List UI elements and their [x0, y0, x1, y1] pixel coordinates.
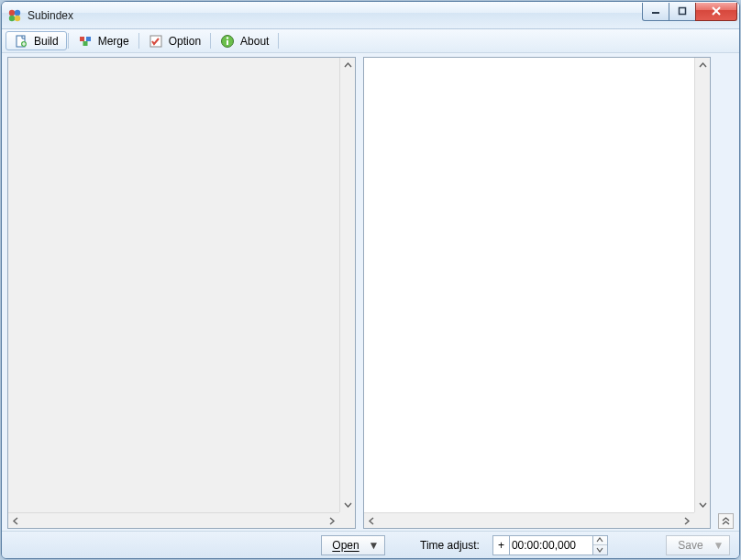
merge-icon	[78, 34, 93, 49]
scroll-left-icon[interactable]	[8, 513, 24, 528]
scroll-right-icon[interactable]	[679, 513, 694, 528]
svg-point-2	[9, 15, 15, 20]
spinner-up-icon[interactable]	[593, 536, 607, 546]
save-button[interactable]: Save ▼	[666, 535, 730, 555]
app-icon	[7, 8, 22, 23]
scroll-down-icon[interactable]	[340, 497, 355, 512]
document-new-icon	[14, 34, 28, 49]
about-label: About	[240, 35, 269, 48]
right-horizontal-scrollbar[interactable]	[364, 512, 695, 528]
window-title: Subindex	[28, 9, 73, 22]
main-area	[2, 53, 739, 531]
svg-rect-11	[86, 37, 91, 41]
collapse-button[interactable]	[718, 513, 734, 529]
svg-rect-5	[680, 8, 686, 15]
right-pane	[363, 57, 712, 529]
time-spinner	[593, 535, 608, 555]
about-button[interactable]: About	[212, 31, 277, 50]
open-button[interactable]: Open ▼	[321, 535, 385, 555]
left-horizontal-scrollbar[interactable]	[8, 512, 339, 528]
dropdown-arrow-icon: ▼	[711, 539, 725, 552]
build-label: Build	[34, 35, 59, 48]
close-button[interactable]	[695, 3, 737, 21]
svg-rect-10	[80, 37, 84, 41]
left-pane	[7, 57, 356, 529]
minimize-button[interactable]	[642, 3, 669, 21]
toolbar-separator	[210, 33, 211, 49]
svg-rect-15	[227, 40, 228, 45]
save-label: Save	[670, 539, 711, 552]
time-input[interactable]	[509, 535, 593, 555]
left-pane-body[interactable]	[8, 58, 355, 528]
svg-point-1	[15, 9, 20, 15]
toolbar-separator	[68, 33, 69, 49]
svg-point-0	[9, 9, 15, 15]
right-pane-body[interactable]	[364, 58, 711, 528]
time-sign-toggle[interactable]: +	[492, 535, 509, 555]
window-controls	[643, 3, 737, 21]
svg-point-16	[227, 37, 228, 38]
toolbar: Build Merge Option About	[2, 29, 739, 53]
scroll-corner	[339, 512, 355, 528]
open-label: Open	[326, 539, 366, 552]
merge-label: Merge	[98, 35, 129, 48]
time-adjust-label: Time adjust:	[420, 539, 480, 552]
option-button[interactable]: Option	[140, 31, 209, 50]
scroll-up-icon[interactable]	[695, 58, 710, 73]
info-icon	[220, 34, 235, 49]
scroll-corner	[694, 512, 710, 528]
scroll-right-icon[interactable]	[324, 513, 339, 528]
merge-button[interactable]: Merge	[70, 31, 138, 50]
build-button[interactable]: Build	[6, 31, 67, 50]
options-icon	[149, 34, 163, 49]
scroll-left-icon[interactable]	[364, 513, 380, 528]
maximize-button[interactable]	[669, 3, 696, 21]
dropdown-arrow-icon: ▼	[366, 539, 381, 552]
spinner-down-icon[interactable]	[593, 545, 607, 555]
toolbar-separator	[278, 33, 279, 49]
left-vertical-scrollbar[interactable]	[339, 58, 355, 512]
right-side-strip	[718, 57, 734, 529]
svg-rect-12	[83, 41, 87, 46]
titlebar: Subindex	[2, 2, 739, 29]
app-window: Subindex Build Merge	[1, 1, 740, 559]
bottom-bar: Open ▼ Time adjust: + Save ▼	[2, 531, 739, 558]
option-label: Option	[169, 35, 201, 48]
toolbar-separator	[138, 33, 139, 49]
scroll-down-icon[interactable]	[695, 497, 710, 512]
scroll-up-icon[interactable]	[340, 58, 355, 73]
right-vertical-scrollbar[interactable]	[694, 58, 710, 512]
svg-point-3	[15, 15, 20, 20]
time-adjust-control: +	[492, 535, 608, 555]
